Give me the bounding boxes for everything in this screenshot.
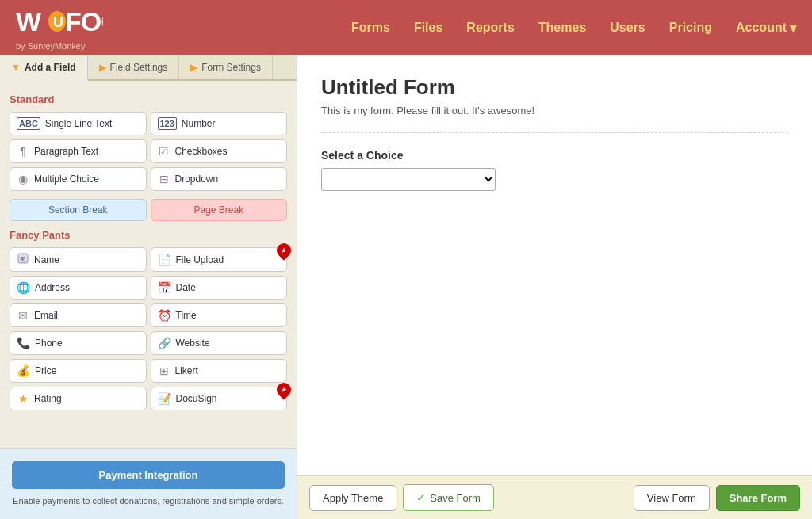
- dropdown-icon: ⊟: [158, 173, 170, 185]
- nav-reports[interactable]: Reports: [466, 21, 514, 35]
- tab-form-settings[interactable]: ▶ Form Settings: [179, 55, 273, 79]
- field-address-btn[interactable]: 🌐 Address: [10, 276, 147, 300]
- bottom-toolbar: Apply Theme ✓ Save Form View Form Share …: [297, 475, 812, 519]
- payment-section: Payment Integration Enable payments to c…: [0, 448, 297, 519]
- abc-icon: ABC: [17, 117, 40, 130]
- nav-account[interactable]: Account ▾: [736, 21, 796, 36]
- svg-text:FOO: FOO: [65, 6, 103, 36]
- svg-text:W: W: [16, 6, 42, 36]
- phone-icon: 📞: [17, 337, 30, 349]
- field-website-btn[interactable]: 🔗 Website: [151, 331, 288, 355]
- logo-area: W U FOO by SurveyMonkey: [16, 6, 103, 51]
- price-icon: 💰: [17, 364, 30, 377]
- checkbox-icon: ☑: [158, 145, 170, 158]
- field-file-upload-btn[interactable]: 📄 File Upload: [151, 247, 288, 272]
- break-buttons-grid: Section Break Page Break: [10, 199, 287, 221]
- nav-files[interactable]: Files: [414, 21, 442, 35]
- header: W U FOO by SurveyMonkey Forms Files Repo…: [0, 0, 812, 55]
- tab-arrow-icon2: ▶: [190, 62, 197, 73]
- svg-text:⊞: ⊞: [20, 255, 26, 263]
- field-multiple-choice-btn[interactable]: ◉ Multiple Choice: [10, 167, 147, 191]
- select-choice-label: Select a Choice: [321, 149, 788, 162]
- nav-users[interactable]: Users: [610, 21, 645, 35]
- left-panel: ▼ Add a Field ▶ Field Settings ▶ Form Se…: [0, 55, 297, 519]
- likert-icon: ⊞: [158, 364, 170, 377]
- pro-badge-docu: [274, 380, 293, 399]
- docu-icon: 📝: [158, 392, 171, 405]
- field-time-btn[interactable]: ⏰ Time: [151, 303, 288, 327]
- tabs: ▼ Add a Field ▶ Field Settings ▶ Form Se…: [0, 55, 297, 81]
- upload-icon: 📄: [158, 254, 171, 266]
- field-single-line-btn[interactable]: ABC Single Line Text: [10, 112, 147, 135]
- tab-arrow-active: ▼: [11, 62, 21, 73]
- field-date-btn[interactable]: 📅 Date: [151, 276, 288, 300]
- right-panel: Untitled Form This is my form. Please fi…: [297, 55, 812, 519]
- tab-add-field[interactable]: ▼ Add a Field: [0, 55, 88, 81]
- page-break-btn[interactable]: Page Break: [151, 199, 288, 221]
- paragraph-icon: ¶: [17, 145, 29, 158]
- field-email-btn[interactable]: ✉ Email: [10, 303, 147, 327]
- field-paragraph-btn[interactable]: ¶ Paragraph Text: [10, 139, 147, 163]
- select-choice-dropdown[interactable]: [321, 168, 496, 191]
- date-icon: 📅: [158, 281, 171, 294]
- nav-forms[interactable]: Forms: [351, 21, 390, 35]
- main-nav: Forms Files Reports Themes Users Pricing…: [351, 21, 796, 36]
- form-description: This is my form. Please fill it out. It'…: [321, 105, 788, 116]
- radio-icon: ◉: [17, 173, 29, 185]
- form-area: Untitled Form This is my form. Please fi…: [297, 55, 812, 475]
- field-list: Standard ABC Single Line Text 123 Number…: [0, 81, 297, 448]
- logo[interactable]: W U FOO: [16, 6, 103, 40]
- time-icon: ⏰: [158, 309, 171, 322]
- payment-description: Enable payments to collect donations, re…: [12, 495, 285, 507]
- standard-section-title: Standard: [10, 93, 287, 105]
- logo-subtitle: by SurveyMonkey: [16, 41, 85, 51]
- field-name-btn[interactable]: ⊞ Name: [10, 247, 147, 272]
- form-divider: [321, 132, 788, 133]
- email-icon: ✉: [17, 309, 29, 322]
- field-likert-btn[interactable]: ⊞ Likert: [151, 359, 288, 383]
- save-form-button[interactable]: ✓ Save Form: [403, 484, 494, 511]
- number-icon: 123: [158, 117, 177, 130]
- payment-integration-btn[interactable]: Payment Integration: [12, 461, 285, 489]
- fancy-fields-grid: ⊞ Name 📄 File Upload 🌐 Address 📅 Date: [10, 247, 287, 410]
- globe-icon: 🌐: [17, 281, 30, 294]
- nav-pricing[interactable]: Pricing: [669, 21, 712, 35]
- link-icon: 🔗: [158, 337, 171, 349]
- tab-arrow-icon: ▶: [99, 62, 106, 73]
- share-form-button[interactable]: Share Form: [716, 485, 800, 511]
- field-number-btn[interactable]: 123 Number: [151, 112, 288, 135]
- standard-fields-grid: ABC Single Line Text 123 Number ¶ Paragr…: [10, 112, 287, 191]
- svg-text:U: U: [53, 14, 63, 30]
- field-dropdown-btn[interactable]: ⊟ Dropdown: [151, 167, 288, 191]
- field-price-btn[interactable]: 💰 Price: [10, 359, 147, 383]
- star-icon: ★: [17, 392, 29, 405]
- field-docusign-btn[interactable]: 📝 DocuSign: [151, 387, 288, 410]
- nav-themes[interactable]: Themes: [538, 21, 586, 35]
- tab-field-settings[interactable]: ▶ Field Settings: [88, 55, 180, 79]
- field-rating-btn[interactable]: ★ Rating: [10, 387, 147, 410]
- section-break-btn[interactable]: Section Break: [10, 199, 147, 221]
- field-checkboxes-btn[interactable]: ☑ Checkboxes: [151, 139, 288, 163]
- form-title: Untitled Form: [321, 75, 788, 100]
- person-icon: ⊞: [17, 253, 29, 266]
- checkmark-icon: ✓: [416, 491, 426, 504]
- field-phone-btn[interactable]: 📞 Phone: [10, 331, 147, 355]
- main-layout: ▼ Add a Field ▶ Field Settings ▶ Form Se…: [0, 55, 812, 519]
- chevron-down-icon: ▾: [790, 21, 796, 36]
- fancy-section-title: Fancy Pants: [10, 229, 287, 241]
- view-form-button[interactable]: View Form: [634, 485, 710, 511]
- apply-theme-button[interactable]: Apply Theme: [309, 485, 396, 511]
- pro-badge: [274, 240, 293, 260]
